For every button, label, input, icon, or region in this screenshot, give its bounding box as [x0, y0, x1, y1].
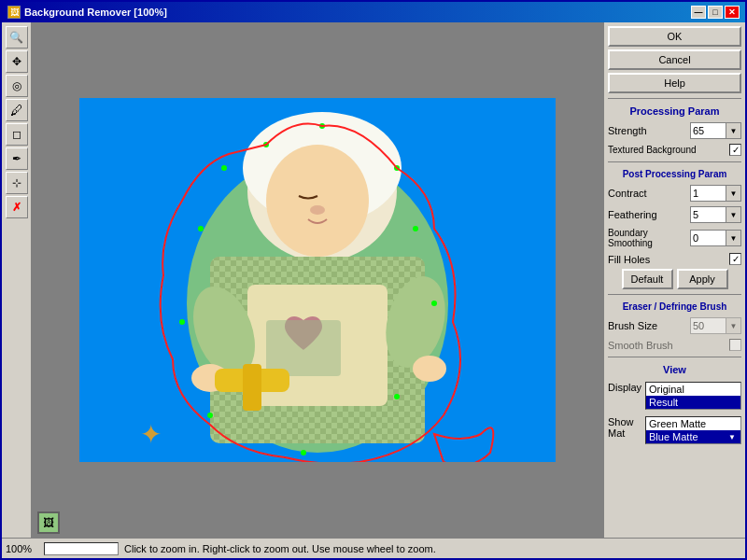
canvas-image: ✦ [79, 98, 556, 462]
show-mat-row: Show Mat Green Matte Blue Matte ▼ [608, 416, 741, 444]
delete-tool-button[interactable]: ✗ [6, 196, 28, 218]
svg-point-9 [310, 205, 325, 215]
cancel-button[interactable]: Cancel [608, 49, 741, 70]
feathering-dropdown-arrow[interactable]: ▼ [726, 207, 740, 222]
fill-holes-checkbox[interactable]: ✓ [729, 253, 741, 265]
strength-value: 65 [691, 125, 726, 136]
contract-value: 1 [691, 188, 726, 199]
svg-rect-19 [243, 364, 261, 411]
display-option-original[interactable]: Original [646, 383, 740, 396]
brush-size-row: Brush Size 50 ▼ [608, 317, 741, 334]
processing-param-label: Processing Param [608, 104, 741, 119]
eraser-tool-button[interactable]: ◻ [6, 123, 28, 146]
strength-dropdown-arrow[interactable]: ▼ [726, 123, 740, 138]
divider-1 [608, 98, 741, 99]
main-content: 🔍 ✥ ◎ 🖊 ◻ ✒ ⊹ ✗ [2, 22, 745, 538]
display-label: Display [608, 382, 643, 393]
mat-dropdown-arrow[interactable]: ▼ [728, 433, 736, 441]
canvas-svg: ✦ [79, 98, 556, 462]
minimize-button[interactable]: — [691, 6, 706, 19]
ok-button[interactable]: OK [608, 26, 741, 47]
close-button[interactable]: ✕ [725, 6, 740, 19]
titlebar-buttons: — □ ✕ [691, 6, 740, 19]
smooth-brush-checkbox[interactable] [729, 339, 741, 351]
mat-option-blue[interactable]: Blue Matte ▼ [646, 430, 740, 443]
smooth-brush-label: Smooth Brush [608, 340, 729, 351]
boundary-smoothing-label: Boundary Smoothing [608, 228, 690, 248]
default-button[interactable]: Default [622, 269, 673, 289]
zoom-label: 100% [6, 543, 38, 554]
contract-select[interactable]: 1 ▼ [690, 185, 741, 202]
bottom-icon-area: 🖼 [37, 511, 60, 534]
move-tool-button[interactable]: ✥ [6, 50, 28, 73]
titlebar: 🖼 Background Remover [100%] — □ ✕ [2, 2, 745, 22]
toolbar-left: 🔍 ✥ ◎ 🖊 ◻ ✒ ⊹ ✗ [2, 22, 32, 538]
feathering-row: Feathering 5 ▼ [608, 206, 741, 223]
brush-size-arrow[interactable]: ▼ [726, 318, 740, 333]
image-container: ✦ [79, 98, 556, 462]
maximize-button[interactable]: □ [708, 6, 723, 19]
lasso-tool-button[interactable]: ◎ [6, 75, 28, 97]
progress-bar [44, 542, 119, 555]
strength-label: Strength [608, 125, 690, 136]
svg-point-17 [413, 356, 446, 382]
textured-bg-checkbox[interactable]: ✓ [729, 144, 741, 156]
svg-point-25 [431, 301, 437, 306]
svg-point-31 [221, 165, 227, 171]
svg-text:✦: ✦ [140, 420, 162, 449]
svg-point-29 [179, 319, 185, 325]
brush-size-label: Brush Size [608, 320, 690, 331]
display-list[interactable]: Original Result [645, 382, 741, 410]
divider-3 [608, 294, 741, 295]
contract-label: Contract [608, 188, 690, 199]
contract-row: Contract 1 ▼ [608, 185, 741, 202]
svg-rect-13 [266, 320, 341, 376]
action-buttons-row: Default Apply [608, 269, 741, 289]
feathering-value: 5 [691, 209, 726, 220]
mat-option-blue-text: Blue Matte [649, 431, 698, 442]
feathering-select[interactable]: 5 ▼ [690, 206, 741, 223]
canvas-area[interactable]: ✦ [32, 22, 603, 538]
svg-point-8 [266, 145, 369, 257]
window-title: Background Remover [100%] [24, 7, 167, 18]
boundary-smoothing-row: Boundary Smoothing 0 ▼ [608, 228, 741, 248]
titlebar-left: 🖼 Background Remover [100%] [7, 6, 167, 19]
crop-tool-button[interactable]: ⊹ [6, 172, 28, 194]
view-section-label: View [608, 362, 741, 377]
thumbnail-icon[interactable]: 🖼 [37, 511, 60, 534]
status-text: Click to zoom in. Right-click to zoom ou… [124, 543, 741, 554]
textured-bg-label: Textured Background [608, 145, 729, 155]
brush-size-select[interactable]: 50 ▼ [690, 317, 741, 334]
boundary-smoothing-value: 0 [691, 232, 726, 244]
boundary-smoothing-arrow[interactable]: ▼ [726, 231, 740, 245]
pen-tool-button[interactable]: ✒ [6, 147, 28, 170]
feathering-label: Feathering [608, 209, 690, 220]
statusbar: 100% Click to zoom in. Right-click to zo… [2, 538, 745, 558]
svg-point-28 [207, 413, 213, 418]
display-option-result[interactable]: Result [646, 396, 740, 409]
display-row: Display Original Result [608, 382, 741, 410]
brush-size-value: 50 [691, 320, 726, 331]
fill-holes-label: Fill Holes [608, 254, 729, 265]
textured-bg-row: Textured Background ✓ [608, 144, 741, 156]
strength-select[interactable]: 65 ▼ [690, 122, 741, 139]
show-mat-label: Show Mat [608, 416, 643, 439]
fill-holes-row: Fill Holes ✓ [608, 253, 741, 265]
mat-option-green[interactable]: Green Matte [646, 417, 740, 430]
post-processing-param-label: Post Processing Param [608, 167, 741, 181]
zoom-tool-button[interactable]: 🔍 [6, 26, 28, 49]
svg-point-24 [413, 226, 418, 231]
svg-point-27 [301, 450, 306, 455]
divider-2 [608, 161, 741, 162]
main-window: 🖼 Background Remover [100%] — □ ✕ 🔍 ✥ ◎ … [0, 0, 747, 560]
mat-list[interactable]: Green Matte Blue Matte ▼ [645, 416, 741, 444]
strength-row: Strength 65 ▼ [608, 122, 741, 139]
apply-button[interactable]: Apply [677, 269, 728, 289]
smooth-brush-row: Smooth Brush [608, 339, 741, 351]
right-panel: OK Cancel Help Processing Param Strength… [603, 22, 745, 538]
boundary-smoothing-select[interactable]: 0 ▼ [690, 230, 741, 246]
svg-point-30 [198, 226, 204, 231]
paint-tool-button[interactable]: 🖊 [6, 99, 28, 121]
help-button[interactable]: Help [608, 73, 741, 93]
contract-dropdown-arrow[interactable]: ▼ [726, 186, 740, 201]
